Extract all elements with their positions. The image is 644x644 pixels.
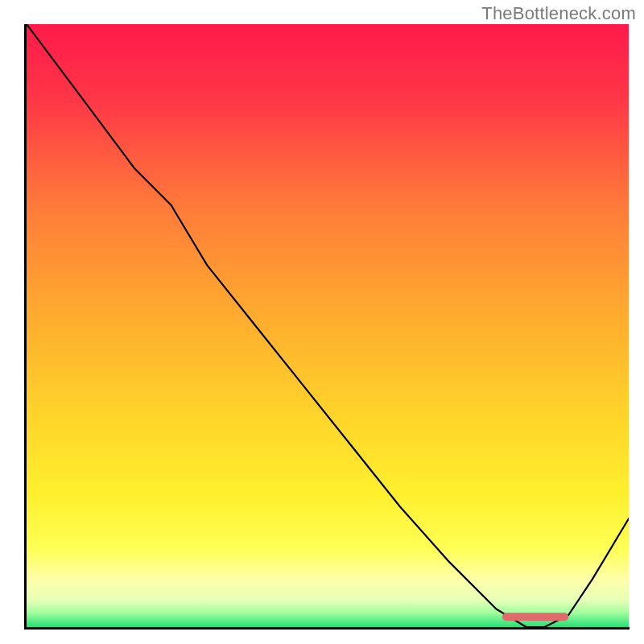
chart-container: TheBottleneck.com [0,0,644,644]
plot-area [27,24,629,627]
x-axis [24,627,630,630]
attribution-text: TheBottleneck.com [481,3,636,24]
bottleneck-marker [502,613,568,621]
y-axis [24,24,27,630]
gradient-fill [27,24,629,627]
